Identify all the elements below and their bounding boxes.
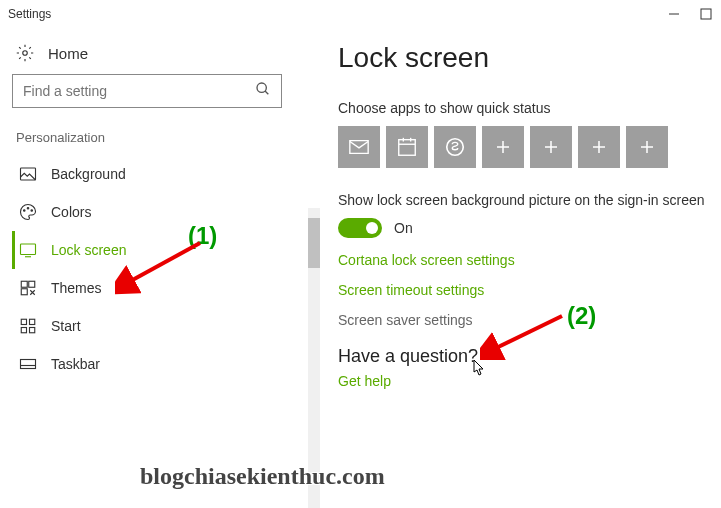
link-get-help[interactable]: Get help — [338, 373, 721, 389]
app-slot-add[interactable] — [530, 126, 572, 168]
svg-rect-13 — [21, 289, 27, 295]
section-title: Personalization — [12, 126, 308, 155]
app-slot-add[interactable] — [578, 126, 620, 168]
svg-point-27 — [447, 139, 464, 156]
lock-screen-icon — [19, 241, 37, 259]
home-nav[interactable]: Home — [12, 38, 308, 74]
show-bg-toggle[interactable] — [338, 218, 382, 238]
taskbar-icon — [19, 355, 37, 373]
svg-point-8 — [31, 210, 33, 212]
titlebar: Settings — [0, 0, 721, 28]
help-heading: Have a question? — [338, 346, 721, 367]
start-icon — [19, 317, 37, 335]
nav-label: Colors — [51, 204, 91, 220]
nav-label: Lock screen — [51, 242, 126, 258]
svg-rect-12 — [29, 281, 35, 287]
palette-icon — [19, 203, 37, 221]
search-field[interactable] — [23, 83, 255, 99]
search-input[interactable] — [12, 74, 282, 108]
nav-label: Background — [51, 166, 126, 182]
svg-rect-17 — [30, 328, 35, 333]
sidebar-item-themes[interactable]: Themes — [12, 269, 308, 307]
svg-point-2 — [23, 51, 28, 56]
svg-rect-9 — [21, 244, 36, 255]
nav-label: Start — [51, 318, 81, 334]
svg-point-3 — [257, 83, 266, 92]
app-slot-mail[interactable] — [338, 126, 380, 168]
link-screen-saver[interactable]: Screen saver settings — [338, 312, 721, 328]
app-slot-add[interactable] — [626, 126, 668, 168]
annotation-number-2: (2) — [567, 302, 596, 330]
home-label: Home — [48, 45, 88, 62]
svg-rect-1 — [701, 9, 711, 19]
link-cortana-settings[interactable]: Cortana lock screen settings — [338, 252, 721, 268]
sidebar-item-background[interactable]: Background — [12, 155, 308, 193]
svg-rect-14 — [21, 319, 26, 324]
svg-rect-16 — [21, 328, 26, 333]
app-slot-add[interactable] — [482, 126, 524, 168]
svg-point-6 — [24, 210, 26, 212]
sidebar: Home Personalization Background Color — [0, 28, 320, 508]
picture-icon — [19, 165, 37, 183]
choose-apps-label: Choose apps to show quick status — [338, 100, 721, 116]
nav-label: Taskbar — [51, 356, 100, 372]
svg-rect-18 — [21, 360, 36, 369]
svg-point-7 — [27, 208, 29, 210]
svg-rect-11 — [21, 281, 27, 287]
sidebar-item-start[interactable]: Start — [12, 307, 308, 345]
app-slot-skype[interactable] — [434, 126, 476, 168]
sidebar-item-colors[interactable]: Colors — [12, 193, 308, 231]
window-title: Settings — [8, 7, 51, 21]
app-slot-calendar[interactable] — [386, 126, 428, 168]
scrollbar-thumb[interactable] — [308, 218, 320, 268]
svg-line-4 — [265, 91, 268, 94]
sidebar-item-lock-screen[interactable]: Lock screen — [12, 231, 308, 269]
show-bg-label: Show lock screen background picture on t… — [338, 192, 721, 208]
svg-rect-15 — [30, 319, 35, 324]
maximize-button[interactable] — [699, 7, 713, 21]
nav-label: Themes — [51, 280, 102, 296]
watermark: blogchiasekienthuc.com — [140, 463, 385, 490]
themes-icon — [19, 279, 37, 297]
search-icon — [255, 81, 271, 101]
main-content: Lock screen Choose apps to show quick st… — [320, 28, 721, 508]
gear-icon — [16, 44, 34, 62]
link-screen-timeout[interactable]: Screen timeout settings — [338, 282, 721, 298]
sidebar-item-taskbar[interactable]: Taskbar — [12, 345, 308, 383]
page-title: Lock screen — [338, 42, 721, 74]
annotation-number-1: (1) — [188, 222, 217, 250]
minimize-button[interactable] — [667, 7, 681, 21]
svg-rect-20 — [399, 140, 416, 156]
toggle-state: On — [394, 220, 413, 236]
